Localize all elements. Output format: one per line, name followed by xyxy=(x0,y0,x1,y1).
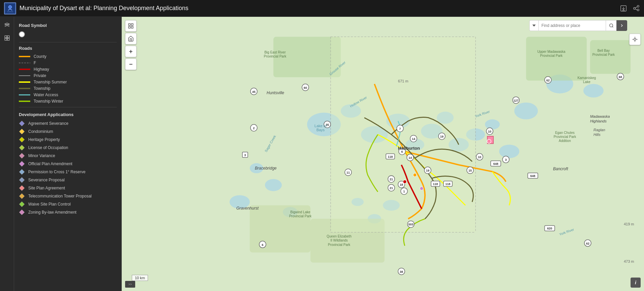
svg-text:Addition: Addition xyxy=(559,139,571,143)
svg-text:11: 11 xyxy=(346,171,350,174)
svg-text:18: 18 xyxy=(400,183,403,186)
zoom-in-button[interactable]: + xyxy=(125,46,137,57)
dev-apps-section: Development Applications Agreement Sever… xyxy=(19,112,117,215)
svg-text:14: 14 xyxy=(412,137,415,141)
svg-text:Provincial Park: Provincial Park xyxy=(540,54,563,58)
svg-text:Provincial Park: Provincial Park xyxy=(592,53,615,57)
app-title: Municipality of Dysart et al: Planning D… xyxy=(20,5,620,12)
dev-app-legend-item: Condominium xyxy=(19,129,117,135)
map-search-bar xyxy=(529,20,627,31)
svg-point-38 xyxy=(499,145,519,158)
road-legend-item: Township Winter xyxy=(19,99,117,104)
svg-rect-6 xyxy=(7,38,9,40)
info-icon: i xyxy=(635,280,636,285)
svg-marker-26 xyxy=(19,210,25,215)
svg-text:15: 15 xyxy=(468,169,472,172)
road-symbol-circle[interactable] xyxy=(19,31,25,37)
search-expand-button[interactable] xyxy=(616,20,627,31)
info-button[interactable]: i xyxy=(631,278,641,288)
search-submit-button[interactable] xyxy=(606,20,616,31)
app-logo xyxy=(4,2,16,14)
svg-text:Lake: Lake xyxy=(583,80,591,84)
svg-text:Raglan: Raglan xyxy=(594,128,605,132)
svg-text:19: 19 xyxy=(426,169,429,172)
sidebar-toggle-bar xyxy=(0,17,14,291)
svg-point-162 xyxy=(413,173,417,177)
svg-marker-16 xyxy=(19,129,25,134)
locate-button[interactable] xyxy=(629,34,641,45)
svg-text:38: 38 xyxy=(400,270,403,274)
road-legend-item: Township Summer xyxy=(19,80,117,84)
road-legend-item: Water Access xyxy=(19,93,117,97)
dev-app-legend-item: Waive Site Plan Control xyxy=(19,201,117,207)
dev-app-legend-item: Official Plan Amendment xyxy=(19,161,117,167)
search-input[interactable] xyxy=(538,20,606,31)
svg-marker-25 xyxy=(19,202,25,207)
svg-text:503: 503 xyxy=(408,223,413,226)
road-legend-item: Private xyxy=(19,73,117,78)
svg-text:Big East River: Big East River xyxy=(264,50,286,54)
svg-text:Queen Elizabeth: Queen Elizabeth xyxy=(327,234,351,238)
svg-text:10: 10 xyxy=(488,130,491,133)
home-button[interactable] xyxy=(125,33,137,44)
search-dropdown-button[interactable] xyxy=(529,20,538,31)
svg-marker-17 xyxy=(19,137,25,142)
road-legend-item: County xyxy=(19,54,117,59)
map-container[interactable]: 45 60 2 35 11 118 7 6 14 xyxy=(122,17,644,291)
svg-marker-19 xyxy=(19,153,25,158)
svg-text:7: 7 xyxy=(399,127,401,131)
minus-icon: − xyxy=(129,61,133,67)
svg-text:45: 45 xyxy=(252,90,256,94)
svg-marker-23 xyxy=(19,185,25,191)
map-svg: 45 60 2 35 11 118 7 6 14 xyxy=(122,17,644,291)
svg-text:Bell Bay: Bell Bay xyxy=(597,49,610,52)
svg-text:6: 6 xyxy=(262,243,263,247)
map-toolbar: + − xyxy=(125,20,137,70)
svg-point-46 xyxy=(514,103,538,119)
svg-text:620: 620 xyxy=(547,227,552,230)
roads-section-title: Roads xyxy=(19,46,117,51)
svg-text:Huntsville: Huntsville xyxy=(267,90,284,95)
svg-text:Provincial Park: Provincial Park xyxy=(554,135,576,139)
basemap-gallery-button[interactable] xyxy=(125,20,137,32)
svg-text:Madawaska: Madawaska xyxy=(590,114,610,118)
svg-text:3: 3 xyxy=(244,153,246,157)
svg-text:118: 118 xyxy=(388,155,393,158)
svg-text:68: 68 xyxy=(619,75,622,79)
svg-text:Bancroft: Bancroft xyxy=(553,167,568,171)
download-icon[interactable] xyxy=(620,5,627,12)
svg-text:62: 62 xyxy=(546,79,550,82)
body: Road Symbol Roads CountyFHighwayPrivateT… xyxy=(0,17,644,291)
road-legend-item: F xyxy=(19,61,117,65)
dev-app-legend-item: Heritage Property xyxy=(19,137,117,143)
svg-text:Bays: Bays xyxy=(316,128,325,132)
svg-text:10: 10 xyxy=(478,155,481,159)
zoom-out-button[interactable]: − xyxy=(125,59,137,70)
header-actions xyxy=(620,5,640,12)
share-icon[interactable] xyxy=(633,5,640,12)
svg-point-163 xyxy=(420,187,423,190)
dev-app-legend-item: Permission to Cross 1° Reserve xyxy=(19,169,117,175)
svg-marker-18 xyxy=(19,145,25,150)
svg-marker-21 xyxy=(19,169,25,175)
dev-apps-legend: Agreement SeveranceCondominiumHeritage P… xyxy=(19,120,117,215)
svg-text:Provincial Park: Provincial Park xyxy=(289,214,312,218)
svg-marker-20 xyxy=(19,161,25,167)
svg-text:21: 21 xyxy=(390,178,393,181)
svg-marker-15 xyxy=(19,121,25,126)
roads-legend: CountyFHighwayPrivateTownship SummerTown… xyxy=(19,54,117,104)
svg-rect-50 xyxy=(526,37,586,80)
svg-rect-5 xyxy=(5,38,7,40)
svg-text:19: 19 xyxy=(440,135,444,138)
svg-point-48 xyxy=(583,84,604,98)
svg-text:Gravenhurst: Gravenhurst xyxy=(236,206,259,211)
layers-toggle-button[interactable] xyxy=(2,20,12,30)
dev-app-legend-item: Severance Proposal xyxy=(19,177,117,183)
plus-icon: + xyxy=(129,48,133,54)
svg-text:Provincial Park: Provincial Park xyxy=(264,54,287,58)
svg-text:Bracebridge: Bracebridge xyxy=(255,166,277,171)
bottom-expand-button[interactable]: >> xyxy=(125,281,135,288)
basemap-toggle-button[interactable] xyxy=(2,33,12,43)
svg-text:Upper Madawaska: Upper Madawaska xyxy=(537,50,566,53)
svg-text:60: 60 xyxy=(304,86,307,89)
